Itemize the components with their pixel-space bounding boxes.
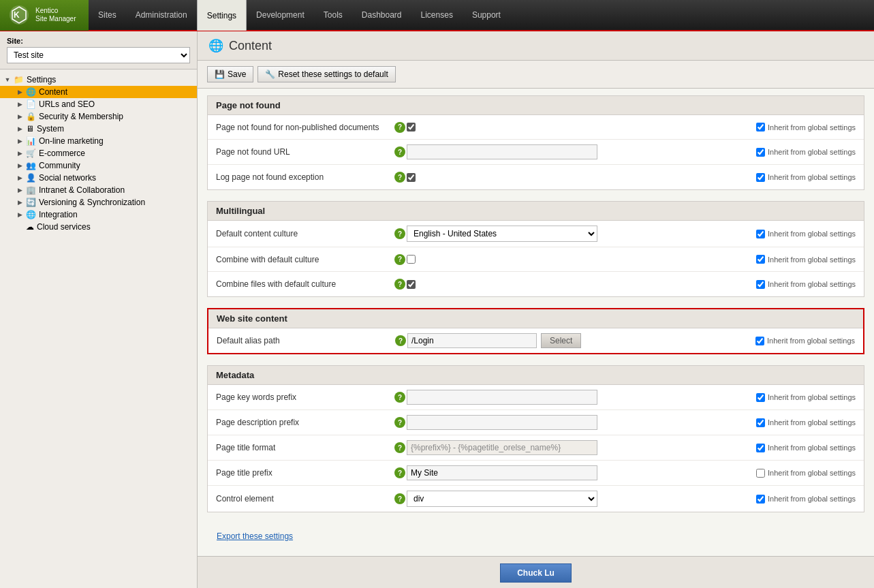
control-default-culture: English - United States — [407, 226, 719, 242]
select-alias-button[interactable]: Select — [541, 333, 581, 348]
intranet-icon: 🏢 — [26, 185, 36, 195]
tree-expander-social[interactable]: ▶ — [15, 173, 25, 183]
tree-root[interactable]: ▼ 📁 Settings — [0, 74, 197, 86]
help-icon-not-found-url[interactable]: ? — [394, 146, 405, 157]
inherit-non-published: Inherit from global settings — [719, 123, 856, 131]
inherit-checkbox-title-format[interactable] — [756, 444, 765, 452]
control-default-alias: Select — [407, 333, 719, 348]
save-button[interactable]: 💾 Save — [207, 66, 253, 82]
control-keywords-prefix — [407, 390, 719, 405]
inherit-label-non-published: Inherit from global settings — [768, 123, 856, 131]
tree-expander-root[interactable]: ▼ — [3, 75, 12, 84]
inherit-keywords-prefix: Inherit from global settings — [719, 393, 856, 402]
tree-expander-security[interactable]: ▶ — [15, 112, 25, 121]
help-icon-keywords-prefix[interactable]: ? — [394, 392, 405, 403]
checkbox-non-published[interactable] — [407, 123, 416, 131]
sidebar-item-system[interactable]: ▶ 🖥 System — [0, 123, 197, 135]
tree-expander-content[interactable]: ▶ — [15, 87, 25, 97]
tree-expander-integration[interactable]: ▶ — [15, 210, 25, 219]
section-website-content: Web site content Default alias path ? Se… — [207, 308, 864, 354]
kentico-logo-icon: K — [8, 4, 30, 26]
tree-expander-system[interactable]: ▶ — [15, 124, 25, 134]
input-keywords-prefix[interactable] — [407, 390, 597, 405]
inherit-checkbox-not-found-url[interactable] — [756, 148, 765, 157]
tree-expander-urls[interactable]: ▶ — [15, 99, 25, 109]
checkbox-combine-culture[interactable] — [407, 255, 416, 264]
inherit-not-found-url: Inherit from global settings — [719, 148, 856, 157]
inherit-checkbox-non-published[interactable] — [756, 123, 765, 131]
input-not-found-url[interactable] — [407, 144, 597, 159]
inherit-checkbox-control-element[interactable] — [756, 495, 765, 504]
help-icon-combine-files[interactable]: ? — [394, 279, 405, 290]
reset-button[interactable]: 🔧 Reset these settings to default — [257, 66, 395, 82]
inherit-label-keywords-prefix: Inherit from global settings — [768, 393, 856, 401]
checkbox-log-exception[interactable] — [407, 173, 416, 182]
help-icon-default-culture[interactable]: ? — [394, 228, 405, 239]
nav-item-tools[interactable]: Tools — [314, 0, 352, 31]
export-settings-link[interactable]: Export these settings — [217, 526, 293, 546]
sidebar-item-marketing[interactable]: ▶ 📊 On-line marketing — [0, 135, 197, 147]
setting-row-not-found-url: Page not found URL ? Inherit from global… — [208, 140, 864, 165]
section-header-metadata: Metadata — [208, 366, 864, 385]
select-default-culture[interactable]: English - United States — [407, 226, 597, 242]
sidebar-item-intranet[interactable]: ▶ 🏢 Intranet & Collaboration — [0, 184, 197, 196]
sidebar-item-versioning[interactable]: ▶ 🔄 Versioning & Synchronization — [0, 196, 197, 208]
setting-row-desc-prefix: Page description prefix ? Inherit from g… — [208, 410, 864, 435]
inherit-checkbox-default-alias[interactable] — [755, 337, 764, 345]
tree-expander-versioning[interactable]: ▶ — [15, 198, 25, 207]
site-select[interactable]: Test site — [7, 47, 190, 63]
inherit-checkbox-combine-files[interactable] — [756, 280, 765, 289]
checkbox-combine-files[interactable] — [407, 280, 416, 289]
urls-icon: 📄 — [26, 99, 36, 109]
input-title-prefix[interactable] — [407, 465, 597, 480]
nav-item-support[interactable]: Support — [463, 0, 510, 31]
help-icon-desc-prefix[interactable]: ? — [394, 417, 405, 428]
help-icon-non-published[interactable]: ? — [394, 122, 405, 133]
input-default-alias[interactable] — [407, 333, 537, 348]
nav-item-administration[interactable]: Administration — [126, 0, 197, 31]
sidebar-item-content[interactable]: ▶ 🌐 Content — [0, 86, 197, 98]
help-icon-log-exception[interactable]: ? — [394, 172, 405, 183]
sidebar-item-urls-seo[interactable]: ▶ 📄 URLs and SEO — [0, 98, 197, 110]
input-desc-prefix[interactable] — [407, 415, 597, 430]
inherit-checkbox-default-culture[interactable] — [756, 230, 765, 238]
tree-expander-marketing[interactable]: ▶ — [15, 136, 25, 146]
sidebar-item-social[interactable]: ▶ 👤 Social networks — [0, 172, 197, 184]
tree-expander-cloud[interactable] — [15, 222, 25, 232]
help-icon-default-alias[interactable]: ? — [395, 335, 406, 346]
tree-expander-community[interactable]: ▶ — [15, 161, 25, 170]
content-icon: 🌐 — [26, 87, 36, 97]
inherit-label-desc-prefix: Inherit from global settings — [768, 418, 856, 427]
inherit-checkbox-title-prefix[interactable] — [756, 469, 765, 478]
input-title-format[interactable] — [407, 440, 597, 455]
inherit-checkbox-desc-prefix[interactable] — [756, 418, 765, 427]
tree-expander-ecommerce[interactable]: ▶ — [15, 149, 25, 158]
nav-item-licenses[interactable]: Licenses — [411, 0, 463, 31]
inherit-checkbox-log-exception[interactable] — [756, 173, 765, 182]
app-subtitle: Site Manager — [35, 15, 76, 23]
inherit-checkbox-keywords-prefix[interactable] — [756, 393, 765, 402]
site-label: Site: — [7, 37, 190, 45]
inherit-label-title-format: Inherit from global settings — [768, 444, 856, 452]
sidebar-item-security[interactable]: ▶ 🔒 Security & Membership — [0, 110, 197, 123]
sidebar-item-ecommerce[interactable]: ▶ 🛒 E-commerce — [0, 147, 197, 159]
footer-user-button[interactable]: Chuck Lu — [500, 563, 572, 583]
help-icon-title-prefix[interactable]: ? — [394, 467, 405, 478]
inherit-checkbox-combine-culture[interactable] — [756, 255, 765, 264]
nav-item-settings[interactable]: Settings — [197, 0, 247, 31]
select-control-element[interactable]: div span section — [407, 491, 597, 507]
sidebar-item-community[interactable]: ▶ 👥 Community — [0, 159, 197, 172]
tree-expander-intranet[interactable]: ▶ — [15, 185, 25, 195]
help-title-prefix: ? — [393, 467, 407, 478]
help-icon-title-format[interactable]: ? — [394, 442, 405, 453]
sidebar-item-integration[interactable]: ▶ 🌐 Integration — [0, 208, 197, 221]
nav-item-sites[interactable]: Sites — [89, 0, 126, 31]
help-icon-control-element[interactable]: ? — [394, 493, 405, 504]
inherit-title-format: Inherit from global settings — [719, 444, 856, 452]
nav-item-dashboard[interactable]: Dashboard — [352, 0, 411, 31]
section-header-multilingual: Multilingual — [208, 202, 864, 221]
nav-item-development[interactable]: Development — [247, 0, 314, 31]
help-icon-combine-culture[interactable]: ? — [394, 254, 405, 265]
sidebar-item-cloud[interactable]: ☁ Cloud services — [0, 221, 197, 233]
help-combine-culture: ? — [393, 254, 407, 265]
